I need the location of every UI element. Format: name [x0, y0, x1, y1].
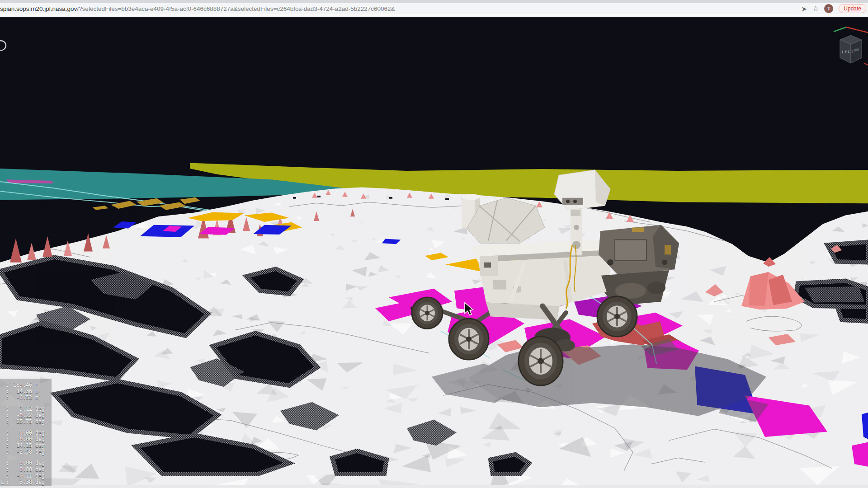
axis-red-tick: [864, 63, 868, 65]
browser-address-bar: spian.sops.m20.jpl.nasa.gov/?selectedFil…: [0, 3, 868, 14]
telemetry-row: :-0.22deg: [1, 412, 49, 418]
viewport-bottom-strip: [0, 486, 868, 488]
viewcube-face-label: LEFT: [842, 50, 854, 54]
telemetry-group: :3.12deg:-0.22deg:25.75deg: [1, 406, 49, 425]
telemetry-row: :0.00deg: [1, 466, 49, 473]
mars-terrain-scene: [0, 17, 868, 488]
telemetry-row: :-0.11deg: [1, 473, 49, 479]
axis-green: [834, 27, 846, 32]
telemetry-group: :0.00deg:0.00deg:14.15deg:-2.58deg: [1, 430, 49, 455]
update-button[interactable]: Update: [839, 4, 866, 13]
telemetry-group: :189.46m:14.36m:-0.52m: [1, 382, 49, 401]
telemetry-row: :25.75deg: [1, 418, 49, 425]
browser-chrome-strip: [0, 0, 868, 3]
profile-avatar[interactable]: T: [824, 4, 833, 13]
bookmark-star-icon[interactable]: ☆: [812, 5, 819, 12]
url-domain: spian.sops.m20.jpl.nasa.gov: [0, 5, 77, 12]
telemetry-row: :-0.52m: [1, 394, 49, 401]
telemetry-row: :0.00deg: [1, 436, 49, 442]
telemetry-row: :189.46m: [1, 382, 49, 388]
axis-red: [846, 27, 868, 33]
telemetry-row: :0.00deg: [1, 460, 49, 466]
browser-window: spian.sops.m20.jpl.nasa.gov/?selectedFil…: [0, 0, 868, 488]
telemetry-row: :14.15deg: [1, 442, 49, 449]
telemetry-row: L:3.38deg: [1, 479, 49, 485]
telemetry-overlay: :189.46m:14.36m:-0.52m:3.12deg:-0.22deg:…: [0, 379, 52, 488]
viewcube-widget[interactable]: LEFT: [833, 22, 868, 69]
url-query: /?selectedFiles=bb3e4aca-e409-4f5a-acf0-…: [77, 5, 395, 12]
telemetry-group: :0.00deg:0.00deg:-0.11degL:3.38deg: [1, 460, 49, 485]
url-text[interactable]: spian.sops.m20.jpl.nasa.gov/?selectedFil…: [0, 5, 801, 12]
telemetry-row: :0.00deg: [1, 430, 49, 436]
telemetry-row: :14.36m: [1, 388, 49, 394]
telemetry-row: :3.12deg: [1, 406, 49, 412]
share-icon[interactable]: ➤: [801, 5, 807, 12]
address-bar-actions: ➤ ☆ T Update: [801, 4, 868, 13]
telemetry-row: :-2.58deg: [1, 449, 49, 455]
3d-viewport[interactable]: LEFT :189.46m:14.36m:-0.52m:3.12deg:-0.2…: [0, 17, 868, 488]
